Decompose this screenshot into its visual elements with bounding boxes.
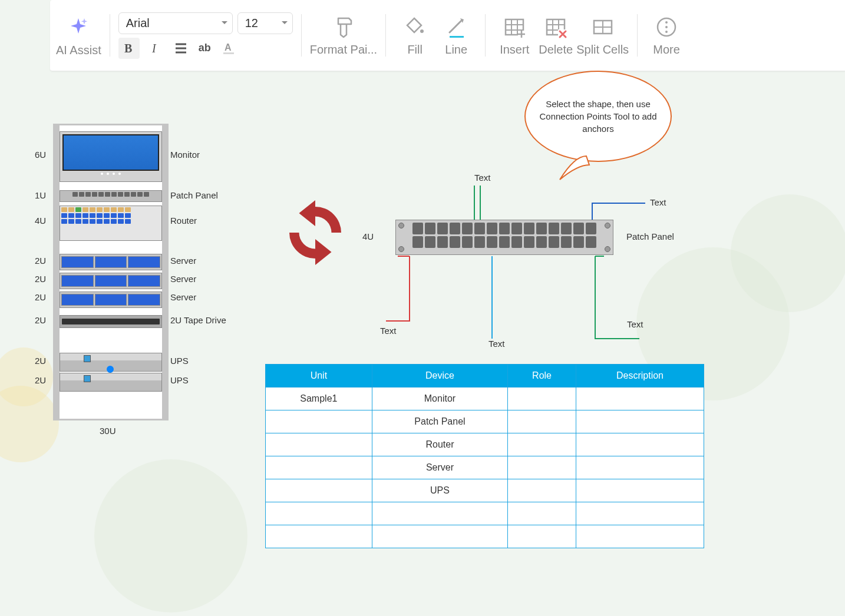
cell[interactable] [372,502,507,525]
table-row[interactable]: Sample1Monitor [266,388,704,410]
line-button[interactable]: Line [435,15,477,57]
cell[interactable] [576,433,704,456]
cell[interactable] [508,388,576,410]
col-header-role[interactable]: Role [508,365,576,388]
callout-text: Select the shape, then use Connection Po… [537,98,659,135]
text-direction-button[interactable]: ab [196,38,213,59]
device-label: Router [170,216,197,226]
font-size-select[interactable]: 12 [237,12,293,34]
canvas[interactable]: 6U 1U 4U 2U 2U 2U 2U 2U 2U Monitor Patch… [0,71,845,616]
cell[interactable] [576,525,704,548]
port-label[interactable]: Text [627,319,643,329]
line-label: Line [445,43,467,57]
rack-device-monitor[interactable] [60,131,162,182]
svg-rect-5 [450,36,464,38]
col-header-device[interactable]: Device [372,365,507,388]
rack-diagram[interactable]: 6U 1U 4U 2U 2U 2U 2U 2U 2U Monitor Patch… [27,124,245,420]
chevron-down-icon [282,21,288,25]
cell[interactable]: Patch Panel [372,410,507,433]
table-row[interactable] [266,502,704,525]
cell[interactable]: UPS [372,479,507,502]
format-painter-button[interactable]: Format Pai... [310,15,377,57]
rack-device-router[interactable] [60,206,162,241]
font-color-icon: A [222,42,235,55]
svg-point-14 [665,31,668,33]
rack-total-label: 30U [100,426,116,436]
cell[interactable]: Router [372,433,507,456]
cell[interactable] [576,388,704,410]
rack-device-tape-drive[interactable] [60,315,162,328]
callout-bubble[interactable]: Select the shape, then use Connection Po… [524,71,672,162]
cell[interactable] [266,410,372,433]
table-body: Sample1Monitor Patch Panel Router Server… [266,388,704,548]
table-row[interactable]: UPS [266,479,704,502]
port-label[interactable]: Text [474,173,491,183]
ai-assist-button[interactable]: AI Assist [56,14,101,57]
format-painter-icon [331,15,356,39]
rack-device-ups[interactable] [60,373,162,392]
cell[interactable] [266,502,372,525]
cell[interactable] [266,525,372,548]
bold-button[interactable]: B [118,38,140,59]
cell[interactable] [266,456,372,479]
font-color-button[interactable]: A [218,38,239,59]
device-label: Server [170,292,196,302]
fill-button[interactable]: Fill [394,15,435,57]
split-cells-button[interactable]: Split Cells [576,15,629,57]
chevron-down-icon [222,21,227,25]
table-row[interactable]: Router [266,433,704,456]
cell[interactable]: Server [372,456,507,479]
cell[interactable] [508,410,576,433]
cell[interactable] [576,410,704,433]
insert-button[interactable]: Insert [494,15,535,57]
italic-icon: I [148,42,161,55]
col-header-description[interactable]: Description [576,365,704,388]
align-button[interactable] [170,38,192,59]
ab-icon: ab [199,42,211,54]
cell[interactable]: Sample1 [266,388,372,410]
patch-panel-shape[interactable] [395,220,613,255]
cell[interactable] [508,502,576,525]
cell[interactable] [266,479,372,502]
font-family-select[interactable]: Arial [118,12,233,34]
device-table[interactable]: Unit Device Role Description Sample1Moni… [265,364,704,548]
format-painter-label: Format Pai... [310,43,377,57]
delete-button[interactable]: Delete [535,15,576,57]
col-header-unit[interactable]: Unit [266,365,372,388]
rack-device-server[interactable] [60,292,162,308]
rack-device-patch-panel[interactable] [60,190,162,202]
unit-label: 2U [35,292,46,302]
cell[interactable] [372,525,507,548]
patch-panel-name-label: Patch Panel [626,231,674,241]
selection-handle[interactable] [107,366,114,373]
port-label[interactable]: Text [650,197,666,207]
device-label: UPS [170,375,189,385]
cell[interactable] [508,433,576,456]
cell[interactable]: Monitor [372,388,507,410]
font-family-value: Arial [126,16,150,30]
table-row[interactable]: Server [266,456,704,479]
sync-arrows-icon[interactable] [283,200,348,265]
more-label: More [653,43,680,57]
rack-device-server[interactable] [60,273,162,289]
italic-button[interactable]: I [144,38,166,59]
more-button[interactable]: More [646,15,687,57]
cell[interactable] [508,456,576,479]
cell[interactable] [576,502,704,525]
cell[interactable] [576,479,704,502]
cell[interactable] [266,433,372,456]
cell[interactable] [576,456,704,479]
bold-icon: B [123,42,136,55]
ai-assist-label: AI Assist [56,44,101,57]
cell[interactable] [508,479,576,502]
table-row[interactable] [266,525,704,548]
rack-frame[interactable] [53,124,169,420]
device-label: UPS [170,356,189,366]
toolbar: AI Assist Arial 12 B I ab [50,0,845,71]
port-label[interactable]: Text [380,326,397,336]
rack-device-server[interactable] [60,254,162,270]
table-row[interactable]: Patch Panel [266,410,704,433]
port-label[interactable]: Text [488,339,505,349]
patch-panel-diagram[interactable]: 4U Patch Panel Text Text Text Text Te [362,162,716,339]
cell[interactable] [508,525,576,548]
